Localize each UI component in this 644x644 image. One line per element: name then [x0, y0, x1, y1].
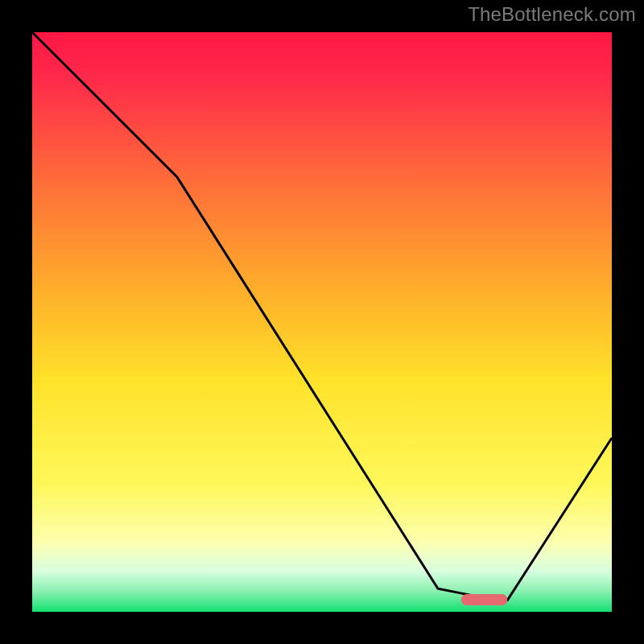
bottleneck-chart [0, 0, 644, 644]
optimal-marker [461, 594, 508, 605]
watermark-label: TheBottleneck.com [468, 3, 636, 26]
